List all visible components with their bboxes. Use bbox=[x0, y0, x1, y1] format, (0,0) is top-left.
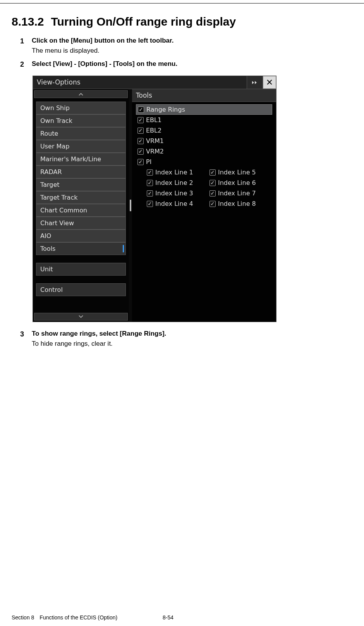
sidebar-item-label: Mariner's Mark/Line bbox=[40, 155, 101, 163]
sidebar-item-own-ship[interactable]: Own Ship bbox=[36, 102, 126, 114]
sidebar-item-radar[interactable]: RADAR bbox=[36, 166, 126, 178]
checkbox-index-line-4[interactable]: Index Line 4 bbox=[147, 200, 208, 207]
checkbox-vrm1[interactable]: VRM1 bbox=[136, 136, 272, 146]
checkbox-index-line-8[interactable]: Index Line 8 bbox=[209, 200, 271, 207]
step-title: To show range rings, select [Range Rings… bbox=[32, 330, 349, 338]
step-3: 3 To show range rings, select [Range Rin… bbox=[20, 330, 349, 348]
sidebar-item-label: Chart View bbox=[40, 219, 74, 227]
left-panel: Own Ship Own Track Route User Map Marine… bbox=[33, 89, 129, 322]
checkbox-icon bbox=[137, 128, 144, 134]
checkbox-ebl2[interactable]: EBL2 bbox=[136, 125, 272, 136]
checkbox-pi[interactable]: PI bbox=[136, 157, 272, 167]
sidebar-item-label: Target Track bbox=[40, 194, 77, 201]
sidebar-item-mariners-mark[interactable]: Mariner's Mark/Line bbox=[36, 153, 126, 166]
checkbox-index-line-6[interactable]: Index Line 6 bbox=[209, 179, 271, 186]
step-2: 2 Select [View] - [Options] - [Tools] on… bbox=[20, 60, 349, 70]
checkbox-icon bbox=[209, 169, 216, 176]
checkbox-label: VRM2 bbox=[146, 148, 164, 155]
view-options-dialog: View-Options ✕ Own Ship Own Track Route bbox=[33, 76, 276, 322]
checkbox-label: Index Line 5 bbox=[218, 169, 256, 176]
checkbox-label: EBL2 bbox=[146, 127, 161, 134]
sidebar-item-unit[interactable]: Unit bbox=[36, 263, 126, 276]
right-panel: Tools Range Rings EBL1 EBL2 bbox=[132, 89, 276, 322]
right-panel-header: Tools bbox=[132, 89, 276, 102]
sidebar-item-label: AIO bbox=[40, 232, 51, 240]
checkbox-label: EBL1 bbox=[146, 116, 161, 124]
step-title: Click on the [Menu] button on the left t… bbox=[32, 37, 349, 45]
sidebar-item-tools[interactable]: Tools bbox=[36, 242, 126, 255]
checkbox-index-line-3[interactable]: Index Line 3 bbox=[147, 190, 208, 197]
splitter-handle[interactable] bbox=[129, 89, 132, 322]
expand-button[interactable] bbox=[247, 76, 263, 89]
section-heading: 8.13.2Turning On/Off range ring display bbox=[12, 15, 352, 28]
step-number: 1 bbox=[20, 37, 32, 55]
checkbox-icon bbox=[147, 201, 153, 207]
checkbox-icon bbox=[137, 138, 144, 144]
checkbox-icon bbox=[209, 180, 216, 186]
sidebar-item-control[interactable]: Control bbox=[36, 283, 126, 296]
sidebar-item-chart-common[interactable]: Chart Common bbox=[36, 204, 126, 217]
sidebar-item-label: Control bbox=[40, 286, 63, 293]
sidebar-item-label: User Map bbox=[40, 143, 69, 150]
checkbox-label: VRM1 bbox=[146, 137, 164, 145]
step-1: 1 Click on the [Menu] button on the left… bbox=[20, 37, 349, 55]
checkbox-label: Range Rings bbox=[146, 106, 185, 113]
checkbox-label: Index Line 7 bbox=[218, 190, 256, 197]
checkbox-label: Index Line 6 bbox=[218, 179, 256, 186]
checkbox-index-line-2[interactable]: Index Line 2 bbox=[147, 179, 208, 186]
chevron-down-icon bbox=[79, 315, 83, 319]
checkbox-icon bbox=[137, 117, 144, 123]
checkbox-label: Index Line 2 bbox=[155, 179, 193, 186]
step-number: 2 bbox=[20, 60, 32, 70]
sidebar-item-target-track[interactable]: Target Track bbox=[36, 191, 126, 204]
sidebar-item-label: RADAR bbox=[40, 168, 62, 176]
checkbox-icon bbox=[147, 180, 153, 186]
page-footer: Section 8 Functions of the ECDIS (Option… bbox=[12, 614, 352, 621]
sidebar-item-label: Own Ship bbox=[40, 104, 70, 112]
index-line-grid: Index Line 1 Index Line 5 Index Line 2 I… bbox=[147, 167, 272, 209]
section-number: 8.13.2 bbox=[12, 15, 44, 28]
sidebar-item-own-track[interactable]: Own Track bbox=[36, 114, 126, 127]
close-icon: ✕ bbox=[266, 78, 273, 87]
checkbox-icon bbox=[147, 169, 153, 176]
dialog-title: View-Options bbox=[33, 76, 247, 89]
checkbox-icon bbox=[209, 190, 216, 197]
step-number: 3 bbox=[20, 330, 32, 348]
sidebar-item-chart-view[interactable]: Chart View bbox=[36, 217, 126, 229]
footer-section: Section 8 Functions of the ECDIS (Option… bbox=[12, 614, 163, 621]
sidebar-item-user-map[interactable]: User Map bbox=[36, 140, 126, 153]
scroll-up-button[interactable] bbox=[34, 90, 128, 98]
checkbox-label: PI bbox=[146, 158, 151, 166]
sidebar-item-label: Target bbox=[40, 181, 60, 188]
sidebar-item-target[interactable]: Target bbox=[36, 178, 126, 191]
checkbox-label: Index Line 3 bbox=[155, 190, 193, 197]
sidebar-item-label: Own Track bbox=[40, 117, 72, 124]
dialog-titlebar: View-Options ✕ bbox=[33, 76, 276, 89]
checkbox-icon bbox=[137, 159, 144, 165]
checkbox-range-rings[interactable]: Range Rings bbox=[136, 104, 272, 115]
checkbox-index-line-7[interactable]: Index Line 7 bbox=[209, 190, 271, 197]
sidebar-item-route[interactable]: Route bbox=[36, 127, 126, 140]
checkbox-index-line-1[interactable]: Index Line 1 bbox=[147, 169, 208, 176]
close-button[interactable]: ✕ bbox=[263, 76, 276, 89]
sidebar-item-label: Unit bbox=[40, 266, 53, 273]
checkbox-label: Index Line 4 bbox=[155, 200, 193, 207]
checkbox-index-line-5[interactable]: Index Line 5 bbox=[209, 169, 271, 176]
step-title: Select [View] - [Options] - [Tools] on t… bbox=[32, 60, 349, 68]
sidebar-item-label: Chart Common bbox=[40, 207, 87, 214]
step-desc: To hide range rings, clear it. bbox=[32, 340, 349, 348]
section-title: Turning On/Off range ring display bbox=[51, 15, 236, 28]
checkbox-vrm2[interactable]: VRM2 bbox=[136, 146, 272, 157]
checkbox-label: Index Line 1 bbox=[155, 169, 193, 176]
sidebar-item-label: Route bbox=[40, 130, 58, 137]
sidebar-item-aio[interactable]: AIO bbox=[36, 229, 126, 242]
checkbox-label: Index Line 8 bbox=[218, 200, 256, 207]
chevron-up-icon bbox=[79, 92, 83, 96]
checkbox-ebl1[interactable]: EBL1 bbox=[136, 115, 272, 125]
checkbox-icon bbox=[209, 201, 216, 207]
scroll-down-button[interactable] bbox=[34, 313, 128, 321]
footer-page-number: 8-54 bbox=[163, 614, 173, 621]
checkbox-icon bbox=[147, 190, 153, 197]
fast-forward-icon bbox=[252, 80, 258, 85]
step-desc: The menu is displayed. bbox=[32, 47, 349, 55]
